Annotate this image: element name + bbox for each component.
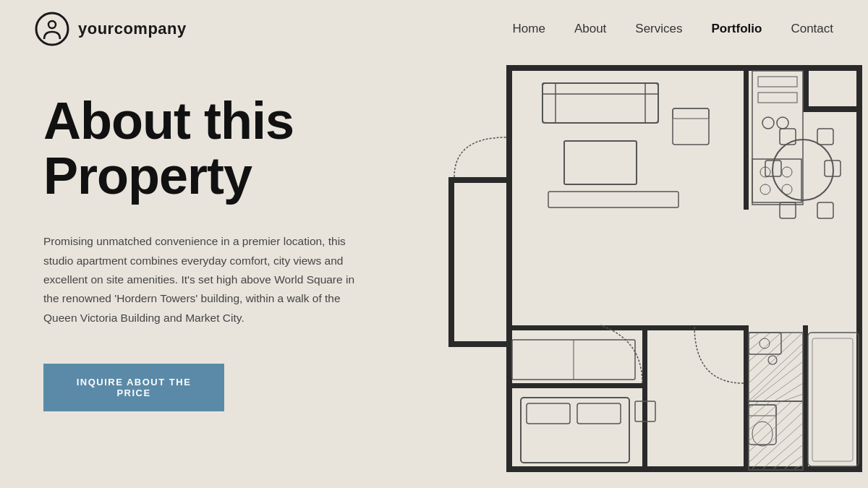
nav-about[interactable]: About bbox=[574, 22, 606, 36]
main-content: About this Property Promising unmatched … bbox=[0, 58, 868, 488]
svg-rect-17 bbox=[744, 65, 749, 210]
svg-rect-3 bbox=[506, 65, 512, 217]
svg-rect-18 bbox=[694, 325, 744, 330]
floor-plan-svg bbox=[448, 65, 868, 477]
main-nav: Home About Services Portfolio Contact bbox=[513, 22, 833, 36]
inquire-button[interactable]: INQUIRE ABOUT THE PRICE bbox=[43, 364, 224, 411]
svg-point-1 bbox=[48, 21, 56, 28]
svg-rect-12 bbox=[448, 177, 512, 183]
svg-rect-13 bbox=[448, 341, 512, 347]
svg-rect-15 bbox=[744, 325, 749, 472]
nav-home[interactable]: Home bbox=[513, 22, 545, 36]
svg-rect-4 bbox=[506, 65, 862, 71]
floor-plan bbox=[448, 65, 868, 477]
svg-rect-19 bbox=[512, 325, 642, 330]
page-title: About this Property bbox=[43, 94, 362, 203]
svg-rect-9 bbox=[506, 466, 862, 472]
right-panel bbox=[405, 58, 868, 488]
property-description: Promising unmatched convenience in a pre… bbox=[43, 232, 362, 328]
svg-rect-21 bbox=[642, 383, 647, 472]
svg-rect-7 bbox=[803, 106, 862, 112]
svg-rect-16 bbox=[803, 325, 808, 472]
svg-rect-5 bbox=[856, 65, 862, 137]
nav-portfolio[interactable]: Portfolio bbox=[712, 22, 762, 36]
svg-rect-11 bbox=[448, 177, 454, 347]
header: yourcompany Home About Services Portfoli… bbox=[0, 0, 868, 58]
svg-rect-6 bbox=[803, 65, 809, 112]
nav-contact[interactable]: Contact bbox=[791, 22, 833, 36]
svg-rect-22 bbox=[512, 383, 642, 388]
left-panel: About this Property Promising unmatched … bbox=[0, 58, 405, 488]
logo: yourcompany bbox=[35, 12, 187, 46]
nav-services[interactable]: Services bbox=[635, 22, 682, 36]
logo-text: yourcompany bbox=[78, 20, 187, 38]
logo-icon bbox=[35, 12, 69, 46]
svg-rect-8 bbox=[856, 137, 862, 471]
